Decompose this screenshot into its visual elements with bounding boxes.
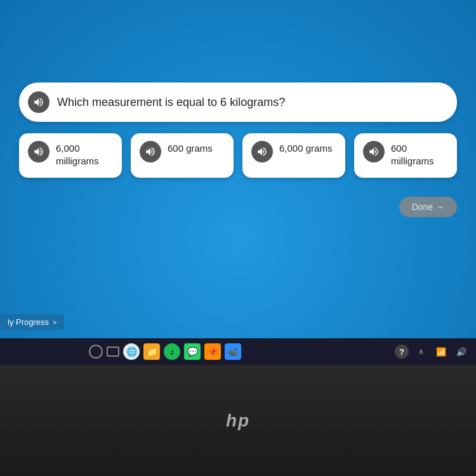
taskbar-chrome-icon[interactable]: 🌐 [123, 343, 140, 360]
speaker-icon [33, 96, 44, 108]
done-button[interactable]: Done → [399, 197, 457, 217]
hp-logo: hp [226, 411, 250, 431]
answer-speaker-3[interactable] [251, 141, 273, 162]
answer-option-2[interactable]: 600 grams [131, 133, 234, 178]
question-speaker-button[interactable] [28, 91, 50, 113]
answer-text-4: 600 milligrams [391, 141, 448, 167]
my-progress-tab[interactable]: ly Progress > [0, 314, 64, 330]
taskbar-square-icon[interactable] [107, 347, 119, 357]
taskbar-help-icon[interactable]: ? [395, 345, 409, 359]
answer-text-3: 6,000 grams [279, 141, 332, 155]
laptop-bezel: hp [0, 365, 476, 476]
answer-text-1: 6,000milligrams [56, 141, 99, 167]
answer-option-3[interactable]: 6,000 grams [242, 133, 345, 178]
taskbar: 🌐 📁 ♪ 💬 📌 📹 ? ∧ 📶 🔊 [0, 338, 476, 365]
my-progress-label: ly Progress [8, 317, 49, 327]
taskbar-app-icon[interactable]: 📌 [204, 343, 221, 360]
answer-option-4[interactable]: 600 milligrams [354, 133, 457, 178]
content-area: Which measurement is equal to 6 kilogram… [19, 83, 457, 178]
progress-chevron: > [53, 319, 56, 326]
question-box: Which measurement is equal to 6 kilogram… [19, 83, 457, 122]
answers-row: 6,000milligrams 600 grams 6,000 grams [19, 133, 457, 178]
answer-text-2: 600 grams [168, 141, 213, 155]
taskbar-sound-icon[interactable]: 🔊 [453, 343, 470, 360]
taskbar-left: 🌐 📁 ♪ 💬 📌 📹 [6, 343, 391, 360]
answer-option-1[interactable]: 6,000milligrams [19, 133, 122, 178]
speaker-icon [145, 146, 156, 157]
taskbar-folder-icon[interactable]: 📁 [143, 343, 160, 360]
taskbar-up-icon[interactable]: ∧ [413, 343, 429, 360]
answer-speaker-1[interactable] [28, 141, 50, 162]
taskbar-spotify-icon[interactable]: ♪ [164, 343, 180, 360]
taskbar-zoom-icon[interactable]: 📹 [225, 343, 241, 360]
taskbar-right: ? ∧ 📶 🔊 [395, 343, 470, 360]
taskbar-whatsapp-icon[interactable]: 💬 [184, 343, 201, 360]
taskbar-wifi-icon[interactable]: 📶 [433, 343, 449, 360]
taskbar-circle-icon[interactable] [89, 345, 103, 359]
speaker-icon [33, 146, 44, 157]
speaker-icon [368, 146, 380, 157]
speaker-icon [256, 146, 268, 157]
question-text: Which measurement is equal to 6 kilogram… [57, 96, 285, 109]
screen: Which measurement is equal to 6 kilogram… [0, 0, 476, 476]
answer-speaker-2[interactable] [140, 141, 161, 162]
answer-speaker-4[interactable] [363, 141, 385, 162]
